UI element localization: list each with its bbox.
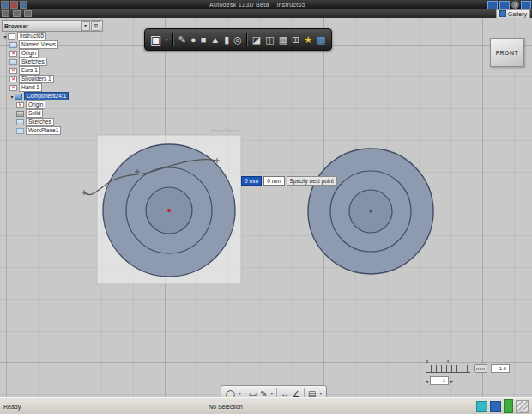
ruler-tick-label: 0: [426, 359, 428, 364]
pattern-icon[interactable]: ▦: [279, 35, 287, 45]
resize-grip[interactable]: [516, 400, 529, 413]
tree-item-component24[interactable]: ▾ Component24:1: [2, 92, 103, 100]
save-icon[interactable]: [10, 1, 18, 9]
statusbar: Ready No Selection: [0, 397, 532, 414]
y-coordinate-input[interactable]: 0 mm: [263, 176, 284, 186]
tree-item-workplane1[interactable]: WorkPlane1: [2, 126, 103, 135]
snap-indicator-icon[interactable]: [476, 401, 487, 412]
document-icon: [8, 33, 15, 40]
tree-item-label: Component24:1: [24, 92, 69, 100]
box-icon[interactable]: ■: [201, 35, 207, 45]
toolbar-separator: [246, 33, 248, 46]
hidden-item-icon: [9, 51, 17, 57]
viewcube-front-face[interactable]: FRONT: [496, 50, 519, 56]
cone-icon[interactable]: ▲: [210, 35, 220, 45]
tree-item-label: Named Views: [19, 40, 58, 49]
app-window: Autodesk 123D Beta instruct65 ? Gallery …: [0, 0, 532, 414]
browser-panel-header[interactable]: Browser ▾ ⊡: [2, 20, 103, 32]
solid-icon: [16, 111, 24, 117]
left-washer-sketch[interactable]: [103, 144, 235, 277]
tree-item-label: WorkPlane1: [26, 126, 61, 135]
app-menu-icon[interactable]: ▣: [150, 33, 161, 46]
tree-item-ears[interactable]: Ears 1: [2, 66, 103, 75]
scale-widget: 0 4 mm 1.0 ◂ 1 ▸: [426, 364, 529, 385]
undo-icon[interactable]: [20, 1, 27, 9]
tree-item-origin-2[interactable]: Origin: [2, 100, 103, 109]
display-tool-caret-icon[interactable]: ▾: [320, 391, 323, 396]
tree-item-label: Origin: [26, 100, 45, 109]
status-selection-label: No Selection: [209, 404, 243, 410]
tree-item-origin[interactable]: Origin: [2, 49, 103, 58]
gallery-icon: [499, 10, 506, 17]
close-icon[interactable]: [521, 1, 531, 9]
component-icon: [15, 94, 22, 100]
tree-item-instruct65[interactable]: ▾ instruct65: [2, 32, 103, 40]
toolbar-separator: [172, 33, 174, 46]
tree-item-sketches[interactable]: Sketches: [2, 58, 103, 66]
right-washer-sketch[interactable]: [308, 149, 433, 274]
tree-item-label: instruct65: [17, 32, 46, 40]
folder-icon: [9, 42, 17, 48]
cloud-sync-icon[interactable]: [487, 1, 498, 9]
tree-item-named-views[interactable]: Named Views: [2, 40, 103, 49]
tree-item-solid[interactable]: Solid: [2, 109, 103, 118]
tree-item-label: Shoulders 1: [19, 75, 54, 83]
window-title: Autodesk 123D Beta instruct65: [28, 2, 487, 8]
increment-arrow-icon[interactable]: ▸: [450, 378, 453, 384]
tree-item-hand[interactable]: Hand 1: [2, 83, 103, 92]
browser-dropdown-icon[interactable]: ▾: [81, 21, 90, 31]
ruler-tick-label: 4: [446, 359, 449, 364]
sphere-icon[interactable]: ●: [190, 35, 196, 45]
hidden-item-icon: [16, 102, 24, 108]
circle-tool-caret-icon[interactable]: ▾: [239, 391, 241, 396]
tree-item-label: Origin: [19, 49, 39, 58]
account-icon[interactable]: [499, 1, 510, 9]
shell-icon[interactable]: ◪: [252, 35, 261, 45]
main-toolbar: ▣ ▾ ✎ ● ■ ▲ ▮ ◎ ◪ ◫ ▦ ⊞ ★ ▦: [144, 28, 332, 51]
tree-item-label: Sketches: [19, 58, 47, 66]
app-menu-caret-icon[interactable]: ▾: [166, 37, 168, 42]
statusbar-icons: [476, 399, 529, 413]
snap-icon[interactable]: ⊞: [292, 35, 299, 45]
cylinder-icon[interactable]: ▮: [224, 35, 229, 45]
units-button[interactable]: mm: [474, 364, 487, 373]
tree-item-sketches-2[interactable]: Sketches: [2, 118, 103, 126]
star-icon[interactable]: ★: [304, 35, 312, 45]
hidden-item-icon: [9, 76, 17, 82]
help-icon[interactable]: ?: [511, 1, 519, 9]
tree-item-label: Hand 1: [19, 83, 42, 92]
workplane-label: WorkPlane1: [211, 128, 239, 133]
gallery-label: Gallery: [508, 11, 527, 17]
quick-access-icon-1[interactable]: [2, 10, 9, 17]
quick-access-icon-2[interactable]: [13, 10, 21, 17]
grid-indicator-icon[interactable]: [490, 401, 501, 412]
grid-icon[interactable]: ▦: [317, 35, 325, 45]
torus-icon[interactable]: ◎: [233, 35, 242, 45]
folder-icon: [9, 59, 17, 65]
tree-item-shoulders[interactable]: Shoulders 1: [2, 75, 103, 83]
scale-value-field[interactable]: 1.0: [491, 364, 510, 373]
quick-access-icon-3[interactable]: [24, 10, 32, 17]
combine-icon[interactable]: ◫: [265, 35, 274, 45]
sketch-center-point[interactable]: [167, 209, 171, 212]
gallery-button[interactable]: Gallery: [496, 9, 530, 19]
sketch-tool-caret-icon[interactable]: ▾: [271, 391, 274, 396]
viewcube[interactable]: FRONT: [490, 38, 524, 67]
folder-icon: [16, 119, 24, 125]
selection-filter-icon[interactable]: [504, 399, 513, 413]
workplane-icon: [16, 128, 24, 134]
hidden-item-icon: [9, 68, 17, 74]
grid-spacing-field[interactable]: 1: [430, 376, 449, 385]
x-coordinate-input[interactable]: 0 mm: [241, 176, 262, 186]
browser-title: Browser: [4, 23, 28, 29]
prompt-label: Specify next point: [287, 176, 337, 186]
browser-tree: ▾ instruct65 Named Views Origin Sketches…: [2, 32, 103, 135]
status-ready-label: Ready: [3, 404, 21, 410]
coordinate-tooltip: 0 mm 0 mm Specify next point: [241, 176, 337, 186]
app-icon[interactable]: [1, 1, 9, 9]
browser-pin-icon[interactable]: ⊡: [91, 21, 100, 31]
menubar: Gallery: [0, 9, 532, 18]
tree-item-label: Solid: [26, 109, 43, 118]
decrement-arrow-icon[interactable]: ◂: [426, 378, 428, 384]
pen-icon[interactable]: ✎: [178, 35, 186, 45]
